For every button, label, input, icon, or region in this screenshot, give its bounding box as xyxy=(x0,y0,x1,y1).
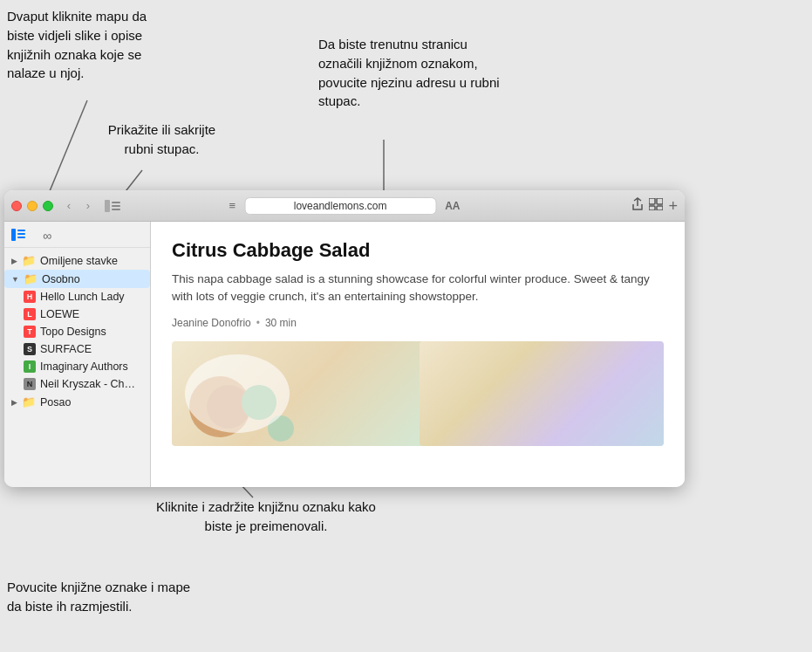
svg-rect-18 xyxy=(17,233,25,235)
favicon-loewe: L xyxy=(24,308,36,320)
reader-icon[interactable]: ≡ xyxy=(229,199,236,212)
bookmark-label-neil-kryszak: Neil Kryszak - Chromatic E… xyxy=(40,378,136,390)
folder-triangle-osobno: ▼ xyxy=(11,275,19,284)
back-button[interactable]: ‹ xyxy=(60,197,78,215)
folder-label-osobno: Osobno xyxy=(42,273,80,285)
svg-rect-11 xyxy=(112,209,120,210)
favicon-imaginary-authors: I xyxy=(24,360,36,373)
svg-rect-14 xyxy=(649,206,655,210)
annotation-bottom-center: Kliknite i zadržite knjižnu oznaku kako … xyxy=(153,498,379,536)
sidebar-item-neil-kryszak[interactable]: N Neil Kryszak - Chromatic E… xyxy=(4,375,150,393)
folder-triangle-posao: ▶ xyxy=(11,398,17,407)
sidebar-tab-bookmarks[interactable] xyxy=(11,229,25,244)
annotation-bottom-left: Povucite knjižne oznake i mape da biste … xyxy=(7,578,199,616)
folder-triangle-omiljene: ▶ xyxy=(11,257,17,265)
sidebar-toggle-button[interactable] xyxy=(102,197,123,215)
address-bar[interactable]: loveandlemons.com xyxy=(244,197,436,215)
browser-window: ‹ › ≡ loveandlemons.com AA xyxy=(4,190,685,487)
new-tab-icon[interactable]: + xyxy=(668,198,678,214)
folder-icon-posao: 📁 xyxy=(22,395,36,408)
sidebar-folder-osobno[interactable]: ▼ 📁 Osobno xyxy=(4,270,150,288)
maximize-button[interactable] xyxy=(43,201,53,211)
folder-icon-omiljene: 📁 xyxy=(22,254,36,267)
toolbar-right: + xyxy=(631,197,678,214)
folder-label-omiljene: Omiljene stavke xyxy=(40,255,118,267)
sidebar-folder-posao[interactable]: ▶ 📁 Posao xyxy=(4,393,150,411)
favicon-hello-lunch-lady: H xyxy=(24,291,36,303)
article-time: 30 min xyxy=(265,317,297,329)
browser-body: ∞ ▶ 📁 Omiljene stavke ▼ 📁 Osobno H Hello… xyxy=(4,222,685,487)
share-icon[interactable] xyxy=(631,197,644,214)
article-author: Jeanine Donofrio xyxy=(172,317,251,329)
tabs-icon[interactable] xyxy=(649,198,663,213)
svg-rect-19 xyxy=(17,237,25,238)
main-content: Citrus Cabbage Salad This napa cabbage s… xyxy=(151,222,685,487)
svg-rect-13 xyxy=(657,198,663,204)
sidebar-item-surface[interactable]: S SURFACE xyxy=(4,340,150,358)
address-bar-container: ≡ loveandlemons.com AA xyxy=(229,197,461,215)
sidebar-item-topo-designs[interactable]: T Topo Designs xyxy=(4,323,150,340)
annotation-top-right: Da biste trenutnu stranicu označili knji… xyxy=(318,35,502,111)
sidebar-item-imaginary-authors[interactable]: I Imaginary Authors xyxy=(4,358,150,375)
article-image xyxy=(172,341,664,446)
traffic-lights xyxy=(11,201,53,211)
svg-rect-16 xyxy=(11,229,16,241)
annotation-top-left: Dvaput kliknite mapu da biste vidjeli sl… xyxy=(7,7,168,83)
sidebar-tabs: ∞ xyxy=(4,225,150,248)
titlebar: ‹ › ≡ loveandlemons.com AA xyxy=(4,190,685,222)
bookmark-label-imaginary-authors: Imaginary Authors xyxy=(40,360,128,373)
sidebar-folder-omiljene[interactable]: ▶ 📁 Omiljene stavke xyxy=(4,251,150,270)
svg-rect-9 xyxy=(112,202,120,203)
favicon-neil-kryszak: N xyxy=(24,378,36,390)
favicon-topo-designs: T xyxy=(24,326,36,338)
folder-icon-osobno: 📁 xyxy=(24,272,38,285)
sidebar-item-loewe[interactable]: L LOEWE xyxy=(4,305,150,323)
folder-label-posao: Posao xyxy=(40,396,71,408)
article-title: Citrus Cabbage Salad xyxy=(172,239,664,262)
svg-rect-10 xyxy=(112,205,120,207)
sidebar-item-hello-lunch-lady[interactable]: H Hello Lunch Lady xyxy=(4,288,150,305)
forward-button[interactable]: › xyxy=(79,197,97,215)
sidebar-tab-reading-list[interactable]: ∞ xyxy=(43,229,51,244)
close-button[interactable] xyxy=(11,201,22,211)
svg-rect-15 xyxy=(657,206,663,210)
article-meta-separator: • xyxy=(256,317,260,329)
minimize-button[interactable] xyxy=(27,201,38,211)
article-description: This napa cabbage salad is a stunning sh… xyxy=(172,271,664,306)
bookmark-label-loewe: LOEWE xyxy=(40,308,79,320)
annotation-middle-left: Prikažite ili sakrijte rubni stupac. xyxy=(94,120,229,159)
svg-rect-17 xyxy=(17,230,25,231)
svg-rect-12 xyxy=(649,198,655,204)
sidebar: ∞ ▶ 📁 Omiljene stavke ▼ 📁 Osobno H Hello… xyxy=(4,222,151,487)
bookmark-label-topo-designs: Topo Designs xyxy=(40,326,106,338)
favicon-surface: S xyxy=(24,343,36,355)
aa-button[interactable]: AA xyxy=(445,200,460,212)
nav-buttons: ‹ › xyxy=(60,197,97,215)
article-meta: Jeanine Donofrio • 30 min xyxy=(172,317,664,329)
bookmark-label-surface: SURFACE xyxy=(40,343,92,355)
svg-rect-8 xyxy=(105,200,110,212)
bookmark-label-hello-lunch-lady: Hello Lunch Lady xyxy=(40,291,125,303)
